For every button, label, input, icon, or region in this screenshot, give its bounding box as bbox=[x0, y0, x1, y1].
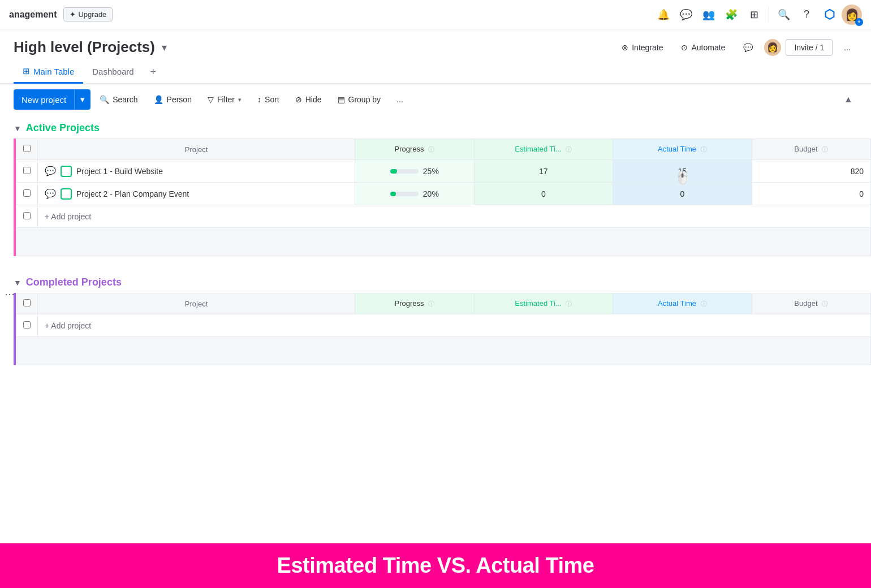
active-table-header-row: Project Progress ⓘ Estimated Ti... ⓘ Act… bbox=[16, 139, 871, 160]
add-project-cell[interactable]: + Add project bbox=[38, 205, 871, 228]
nav-brand: anagement bbox=[9, 10, 57, 20]
active-section-footer bbox=[16, 228, 871, 256]
tab-main-table[interactable]: ⊞ Main Table bbox=[14, 60, 83, 84]
brand-icon-btn[interactable]: ⬡ bbox=[819, 5, 839, 25]
completed-add-project-row: + Add project bbox=[16, 314, 871, 337]
completed-project-col-header: Project bbox=[38, 293, 355, 314]
completed-section-footer-cell bbox=[16, 337, 871, 365]
progress-info-icon: ⓘ bbox=[428, 146, 434, 153]
more-options-button[interactable]: ... bbox=[837, 40, 857, 55]
row1-project-cell[interactable]: 💬 Project 1 - Build Website bbox=[38, 160, 355, 183]
completed-projects-title: Completed Projects bbox=[26, 276, 122, 288]
group-by-button[interactable]: ▤ Group by bbox=[331, 89, 388, 110]
more-toolbar-button[interactable]: ... bbox=[390, 89, 410, 110]
nav-right: 🔔 💬 👥 🧩 ⊞ 🔍 ? ⬡ 👩 + bbox=[653, 5, 862, 25]
add-row-checkbox-cell bbox=[16, 205, 38, 228]
actual-col-header: Actual Time ⓘ bbox=[613, 139, 752, 160]
completed-estimated-info-icon: ⓘ bbox=[566, 300, 572, 307]
row2-color-dot bbox=[61, 188, 72, 200]
search-button[interactable]: 🔍 Search bbox=[93, 89, 144, 110]
table-row: 💬 Project 1 - Build Website 25% bbox=[16, 160, 871, 183]
row1-checkbox[interactable] bbox=[23, 167, 31, 174]
row1-budget-cell[interactable]: 820 bbox=[752, 160, 870, 183]
bell-icon-btn[interactable]: 🔔 bbox=[653, 5, 674, 25]
row2-checkbox-cell bbox=[16, 183, 38, 205]
hide-icon: ⊘ bbox=[295, 95, 302, 104]
budget-info-icon: ⓘ bbox=[822, 146, 828, 153]
search-icon: 🔍 bbox=[100, 95, 109, 104]
row1-actual-cell[interactable]: 15 🖱️ bbox=[613, 160, 752, 183]
checkbox-header bbox=[16, 139, 38, 160]
row2-estimated-cell[interactable]: 0 bbox=[474, 183, 613, 205]
row1-progress-cell[interactable]: 25% bbox=[355, 160, 474, 183]
budget-col-header: Budget ⓘ bbox=[752, 139, 870, 160]
completed-add-project-cell[interactable]: + Add project bbox=[38, 314, 871, 337]
page-title-chevron[interactable]: ▾ bbox=[162, 41, 167, 54]
completed-add-row-checkbox[interactable] bbox=[23, 321, 31, 328]
comment-button[interactable]: 💬 bbox=[736, 40, 760, 55]
completed-select-all-checkbox[interactable] bbox=[23, 299, 31, 306]
row2-progress-bar-bg bbox=[390, 192, 419, 196]
select-all-checkbox[interactable] bbox=[23, 145, 31, 152]
row1-project-inner: 💬 Project 1 - Build Website bbox=[45, 166, 348, 177]
row2-actual-cell[interactable]: 0 bbox=[613, 183, 752, 205]
row2-project-inner: 💬 Project 2 - Plan Company Event bbox=[45, 188, 348, 200]
row2-checkbox[interactable] bbox=[23, 189, 31, 197]
filter-chevron-icon: ▾ bbox=[238, 96, 242, 103]
add-tab-button[interactable]: + bbox=[145, 64, 161, 80]
completed-table-header-row: Project Progress ⓘ Estimated Ti... ⓘ Act… bbox=[16, 293, 871, 314]
estimated-col-header: Estimated Ti... ⓘ bbox=[474, 139, 613, 160]
project-col-header: Project bbox=[38, 139, 355, 160]
page-header-actions: ⊗ Integrate ⊙ Automate 💬 👩 Invite / 1 ..… bbox=[615, 39, 857, 56]
filter-icon: ▽ bbox=[208, 95, 214, 104]
row2-budget-cell[interactable]: 0 bbox=[752, 183, 870, 205]
person-button[interactable]: 👤 Person bbox=[147, 89, 199, 110]
search-icon-btn[interactable]: 🔍 bbox=[774, 5, 794, 25]
people-icon-btn[interactable]: 👥 bbox=[698, 5, 719, 25]
puzzle-icon-btn[interactable]: 🧩 bbox=[721, 5, 741, 25]
add-row-checkbox[interactable] bbox=[23, 212, 31, 219]
new-project-button[interactable]: New project ▾ bbox=[14, 89, 90, 110]
add-project-row: + Add project bbox=[16, 205, 871, 228]
row2-project-cell[interactable]: 💬 Project 2 - Plan Company Event bbox=[38, 183, 355, 205]
completed-progress-col-header: Progress ⓘ bbox=[355, 293, 474, 314]
avatar-wrapper[interactable]: 👩 + bbox=[842, 5, 862, 25]
top-nav: anagement ✦ Upgrade 🔔 💬 👥 🧩 ⊞ 🔍 ? ⬡ 👩 + bbox=[0, 0, 871, 29]
row2-budget-value: 0 bbox=[859, 189, 864, 198]
row2-progress-cell[interactable]: 20% bbox=[355, 183, 474, 205]
completed-checkbox-header bbox=[16, 293, 38, 314]
collapse-button[interactable]: ▲ bbox=[839, 90, 857, 109]
completed-add-row-checkbox-cell bbox=[16, 314, 38, 337]
completed-progress-info-icon: ⓘ bbox=[428, 300, 434, 307]
toolbar: New project ▾ 🔍 Search 👤 Person ▽ Filter… bbox=[0, 84, 871, 115]
tab-dashboard[interactable]: Dashboard bbox=[83, 61, 143, 84]
row1-estimated-cell[interactable]: 17 bbox=[474, 160, 613, 183]
hide-button[interactable]: ⊘ Hide bbox=[288, 89, 329, 110]
estimated-info-icon: ⓘ bbox=[566, 146, 572, 153]
completed-projects-chevron[interactable]: ▼ bbox=[14, 278, 21, 287]
invite-button[interactable]: Invite / 1 bbox=[786, 39, 833, 56]
group-by-icon: ▤ bbox=[338, 95, 345, 104]
automate-button[interactable]: ⊙ Automate bbox=[674, 40, 732, 55]
active-projects-section: ▼ Active Projects Project Progress ⓘ bbox=[0, 115, 871, 256]
new-project-main[interactable]: New project bbox=[14, 89, 75, 110]
row2-project-name: Project 2 - Plan Company Event bbox=[76, 189, 189, 198]
sort-button[interactable]: ↕ Sort bbox=[251, 89, 286, 110]
row1-color-dot bbox=[61, 166, 72, 177]
actual-info-icon: ⓘ bbox=[701, 146, 707, 153]
sidebar-dots-icon[interactable]: ⋯ bbox=[5, 288, 15, 300]
active-projects-chevron[interactable]: ▼ bbox=[14, 124, 21, 133]
page-header: High level (Projects) ▾ ⊗ Integrate ⊙ Au… bbox=[0, 29, 871, 56]
row2-comment-icon[interactable]: 💬 bbox=[45, 188, 56, 199]
row1-comment-icon[interactable]: 💬 bbox=[45, 166, 56, 176]
inbox-icon-btn[interactable]: 💬 bbox=[676, 5, 696, 25]
progress-col-header: Progress ⓘ bbox=[355, 139, 474, 160]
upgrade-button[interactable]: ✦ Upgrade bbox=[63, 7, 113, 21]
page-title: High level (Projects) bbox=[14, 38, 155, 56]
row2-progress-bar-wrapper: 20% bbox=[355, 189, 473, 198]
apps-icon-btn[interactable]: ⊞ bbox=[744, 5, 764, 25]
filter-button[interactable]: ▽ Filter ▾ bbox=[201, 89, 248, 110]
help-icon-btn[interactable]: ? bbox=[796, 5, 817, 25]
integrate-button[interactable]: ⊗ Integrate bbox=[615, 40, 670, 55]
new-project-dropdown-arrow[interactable]: ▾ bbox=[75, 89, 90, 110]
